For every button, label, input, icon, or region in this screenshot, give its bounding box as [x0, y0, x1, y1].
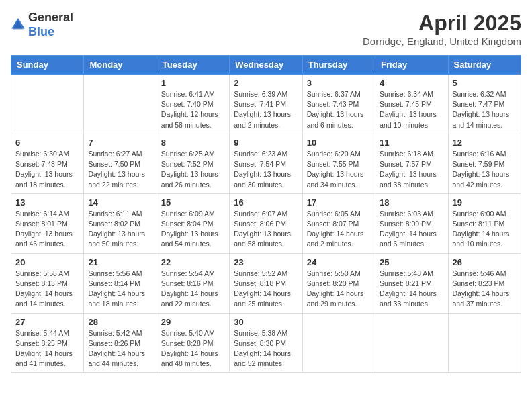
main-title: April 2025 [363, 11, 521, 36]
day-info: Sunrise: 5:56 AMSunset: 8:14 PMDaylight:… [88, 269, 152, 310]
day-number: 15 [161, 197, 225, 208]
day-info: Sunrise: 5:50 AMSunset: 8:20 PMDaylight:… [307, 269, 371, 310]
calendar-cell: 15Sunrise: 6:09 AMSunset: 8:04 PMDayligh… [157, 193, 229, 253]
day-info: Sunrise: 6:11 AMSunset: 8:02 PMDaylight:… [88, 209, 152, 250]
day-info: Sunrise: 5:38 AMSunset: 8:30 PMDaylight:… [234, 328, 298, 369]
day-number: 11 [380, 138, 443, 148]
day-number: 17 [307, 197, 371, 208]
calendar-cell: 24Sunrise: 5:50 AMSunset: 8:20 PMDayligh… [302, 253, 375, 313]
day-number: 20 [15, 257, 79, 267]
subtitle: Dorridge, England, United Kingdom [363, 36, 521, 47]
week-row-3: 13Sunrise: 6:14 AMSunset: 8:01 PMDayligh… [11, 193, 521, 253]
calendar-header-tuesday: Tuesday [157, 56, 229, 75]
logo-general: General [28, 11, 73, 24]
day-info: Sunrise: 6:20 AMSunset: 7:55 PMDaylight:… [307, 149, 371, 190]
day-number: 28 [88, 317, 152, 327]
calendar-cell: 2Sunrise: 6:39 AMSunset: 7:41 PMDaylight… [230, 75, 302, 134]
day-number: 14 [88, 197, 152, 208]
calendar-cell: 16Sunrise: 6:07 AMSunset: 8:06 PMDayligh… [230, 193, 302, 253]
day-info: Sunrise: 6:25 AMSunset: 7:52 PMDaylight:… [161, 149, 225, 190]
calendar-cell: 30Sunrise: 5:38 AMSunset: 8:30 PMDayligh… [230, 313, 302, 373]
calendar-header-sunday: Sunday [11, 56, 84, 75]
calendar-cell: 27Sunrise: 5:44 AMSunset: 8:25 PMDayligh… [11, 313, 84, 373]
calendar-cell: 17Sunrise: 6:05 AMSunset: 8:07 PMDayligh… [302, 193, 375, 253]
day-info: Sunrise: 5:44 AMSunset: 8:25 PMDaylight:… [15, 328, 79, 369]
day-info: Sunrise: 5:48 AMSunset: 8:21 PMDaylight:… [380, 269, 443, 310]
calendar-header-row: SundayMondayTuesdayWednesdayThursdayFrid… [11, 56, 521, 75]
calendar-cell: 4Sunrise: 6:34 AMSunset: 7:45 PMDaylight… [375, 75, 448, 134]
day-info: Sunrise: 5:52 AMSunset: 8:18 PMDaylight:… [234, 269, 298, 310]
day-info: Sunrise: 5:58 AMSunset: 8:13 PMDaylight:… [15, 269, 79, 310]
logo-icon [11, 17, 26, 32]
logo: General Blue [11, 11, 73, 39]
day-number: 7 [88, 138, 152, 148]
calendar-cell [448, 313, 521, 373]
calendar-cell [375, 313, 448, 373]
day-info: Sunrise: 6:37 AMSunset: 7:43 PMDaylight:… [307, 89, 371, 130]
calendar-cell: 29Sunrise: 5:40 AMSunset: 8:28 PMDayligh… [157, 313, 229, 373]
logo-blue: Blue [28, 25, 54, 38]
calendar-cell: 14Sunrise: 6:11 AMSunset: 8:02 PMDayligh… [84, 193, 157, 253]
calendar-cell: 5Sunrise: 6:32 AMSunset: 7:47 PMDaylight… [448, 75, 521, 134]
day-number: 3 [307, 78, 371, 88]
day-number: 23 [234, 257, 298, 267]
day-number: 25 [380, 257, 443, 267]
day-info: Sunrise: 6:07 AMSunset: 8:06 PMDaylight:… [234, 209, 298, 250]
calendar-cell: 13Sunrise: 6:14 AMSunset: 8:01 PMDayligh… [11, 193, 84, 253]
day-info: Sunrise: 6:14 AMSunset: 8:01 PMDaylight:… [15, 209, 79, 250]
day-number: 1 [161, 78, 225, 88]
calendar: SundayMondayTuesdayWednesdayThursdayFrid… [11, 55, 521, 373]
day-number: 16 [234, 197, 298, 208]
calendar-cell: 6Sunrise: 6:30 AMSunset: 7:48 PMDaylight… [11, 134, 84, 193]
day-info: Sunrise: 6:27 AMSunset: 7:50 PMDaylight:… [88, 149, 152, 190]
day-number: 21 [88, 257, 152, 267]
day-info: Sunrise: 6:05 AMSunset: 8:07 PMDaylight:… [307, 209, 371, 250]
calendar-header-monday: Monday [84, 56, 157, 75]
calendar-cell: 18Sunrise: 6:03 AMSunset: 8:09 PMDayligh… [375, 193, 448, 253]
day-info: Sunrise: 6:34 AMSunset: 7:45 PMDaylight:… [380, 89, 443, 130]
calendar-cell: 1Sunrise: 6:41 AMSunset: 7:40 PMDaylight… [157, 75, 229, 134]
day-number: 18 [380, 197, 443, 208]
calendar-header-saturday: Saturday [448, 56, 521, 75]
calendar-cell: 19Sunrise: 6:00 AMSunset: 8:11 PMDayligh… [448, 193, 521, 253]
day-number: 19 [453, 197, 517, 208]
day-number: 5 [453, 78, 517, 88]
day-info: Sunrise: 5:54 AMSunset: 8:16 PMDaylight:… [161, 269, 225, 310]
calendar-cell [84, 75, 157, 134]
day-info: Sunrise: 6:03 AMSunset: 8:09 PMDaylight:… [380, 209, 443, 250]
calendar-cell: 9Sunrise: 6:23 AMSunset: 7:54 PMDaylight… [230, 134, 302, 193]
calendar-cell: 22Sunrise: 5:54 AMSunset: 8:16 PMDayligh… [157, 253, 229, 313]
calendar-header-wednesday: Wednesday [230, 56, 302, 75]
day-number: 29 [161, 317, 225, 327]
day-info: Sunrise: 6:32 AMSunset: 7:47 PMDaylight:… [453, 89, 517, 130]
day-info: Sunrise: 6:23 AMSunset: 7:54 PMDaylight:… [234, 149, 298, 190]
day-number: 13 [15, 197, 79, 208]
day-number: 22 [161, 257, 225, 267]
day-info: Sunrise: 6:30 AMSunset: 7:48 PMDaylight:… [15, 149, 79, 190]
calendar-cell: 26Sunrise: 5:46 AMSunset: 8:23 PMDayligh… [448, 253, 521, 313]
day-number: 27 [15, 317, 79, 327]
calendar-cell: 25Sunrise: 5:48 AMSunset: 8:21 PMDayligh… [375, 253, 448, 313]
calendar-cell: 21Sunrise: 5:56 AMSunset: 8:14 PMDayligh… [84, 253, 157, 313]
day-number: 10 [307, 138, 371, 148]
calendar-header-friday: Friday [375, 56, 448, 75]
title-block: April 2025 Dorridge, England, United Kin… [363, 11, 521, 47]
day-info: Sunrise: 6:41 AMSunset: 7:40 PMDaylight:… [161, 89, 225, 130]
day-info: Sunrise: 6:09 AMSunset: 8:04 PMDaylight:… [161, 209, 225, 250]
day-info: Sunrise: 6:00 AMSunset: 8:11 PMDaylight:… [453, 209, 517, 250]
calendar-cell: 20Sunrise: 5:58 AMSunset: 8:13 PMDayligh… [11, 253, 84, 313]
day-number: 12 [453, 138, 517, 148]
week-row-1: 1Sunrise: 6:41 AMSunset: 7:40 PMDaylight… [11, 75, 521, 134]
week-row-2: 6Sunrise: 6:30 AMSunset: 7:48 PMDaylight… [11, 134, 521, 193]
calendar-cell: 3Sunrise: 6:37 AMSunset: 7:43 PMDaylight… [302, 75, 375, 134]
calendar-cell: 11Sunrise: 6:18 AMSunset: 7:57 PMDayligh… [375, 134, 448, 193]
logo-text: General Blue [28, 11, 73, 39]
header: General Blue April 2025 Dorridge, Englan… [11, 11, 521, 47]
week-row-5: 27Sunrise: 5:44 AMSunset: 8:25 PMDayligh… [11, 313, 521, 373]
day-info: Sunrise: 5:40 AMSunset: 8:28 PMDaylight:… [161, 328, 225, 369]
calendar-cell: 28Sunrise: 5:42 AMSunset: 8:26 PMDayligh… [84, 313, 157, 373]
week-row-4: 20Sunrise: 5:58 AMSunset: 8:13 PMDayligh… [11, 253, 521, 313]
day-number: 30 [234, 317, 298, 327]
calendar-cell: 8Sunrise: 6:25 AMSunset: 7:52 PMDaylight… [157, 134, 229, 193]
day-number: 24 [307, 257, 371, 267]
